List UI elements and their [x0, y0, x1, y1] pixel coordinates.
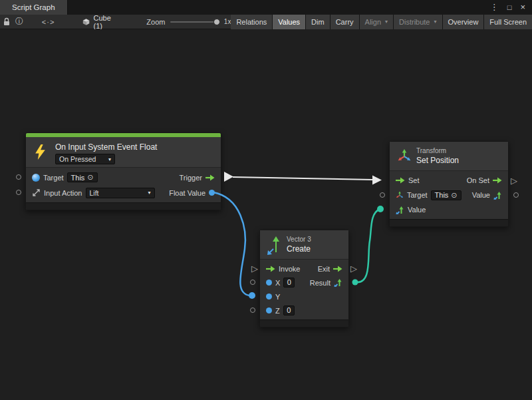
distribute-button[interactable]: Distribute▾	[394, 15, 442, 29]
result-connected-port-dot[interactable]	[352, 280, 358, 286]
x-input-port[interactable]	[250, 280, 255, 285]
input-action-input-port[interactable]	[16, 190, 21, 195]
transform-mini-icon	[396, 191, 404, 199]
this-object-chip[interactable]: This ⊙	[67, 172, 98, 182]
x-label: X	[275, 279, 280, 287]
input-action-dropdown[interactable]: Lift ▾	[86, 188, 155, 198]
caret-down-icon: ▾	[108, 156, 111, 162]
vector3-mini-icon	[334, 278, 342, 287]
on-set-output-port[interactable]: ▷	[509, 176, 519, 186]
event-mode-dropdown[interactable]: On Pressed ▾	[55, 154, 115, 164]
wire-trigger-to-set[interactable]	[233, 177, 373, 180]
graph-target-selector[interactable]: Cube (1)	[78, 15, 120, 29]
inspector-button[interactable]: ⓘ	[13, 15, 25, 29]
this-object-chip[interactable]: This ⊙	[431, 190, 462, 200]
flow-arrow-icon	[396, 177, 405, 184]
on-set-label: On Set	[467, 176, 489, 184]
target-label: Target	[407, 191, 428, 199]
vector3-icon	[266, 234, 285, 256]
zoom-slider[interactable]	[170, 15, 219, 29]
close-icon[interactable]: ×	[520, 0, 525, 15]
object-picker-icon[interactable]: ⊙	[451, 192, 457, 199]
gameobject-icon	[32, 174, 40, 182]
zoom-label: Zoom	[146, 18, 165, 26]
z-input-port[interactable]	[250, 307, 255, 313]
input-action-value: Lift	[90, 189, 99, 197]
flow-arrow-icon	[493, 177, 502, 184]
fullscreen-button[interactable]: Full Screen	[484, 15, 532, 29]
unity-script-graph-window: Script Graph ⋮ □ × ⓘ <·> Cube (	[0, 0, 532, 400]
node-footer	[26, 202, 221, 210]
trigger-flow-port-arrow[interactable]	[224, 172, 233, 182]
info-icon: ⓘ	[15, 16, 23, 27]
invoke-input-port[interactable]: ▷	[250, 264, 259, 274]
target-input-port[interactable]	[16, 174, 21, 180]
zoom-slider-track[interactable]	[170, 21, 219, 23]
row-input-action-floatvalue: Input Action Lift ▾ Float Value	[26, 185, 221, 200]
row-z: Z 0	[260, 303, 348, 317]
node-title: Set Position	[416, 156, 459, 165]
float-value-label: Float Value	[169, 189, 205, 197]
values-button[interactable]: Values	[273, 15, 305, 29]
zoom-slider-knob[interactable]	[213, 19, 220, 25]
overview-button[interactable]: Overview	[443, 15, 484, 29]
zoom-value: 1x	[224, 18, 231, 25]
y-connected-port-dot[interactable]	[249, 292, 255, 299]
y-port-dot[interactable]	[266, 294, 272, 300]
value-connected-port-dot[interactable]	[377, 206, 384, 212]
x-value-field[interactable]: 0	[283, 278, 295, 288]
y-label: Y	[275, 293, 280, 301]
row-set-onset: Set On Set	[390, 173, 508, 188]
node-footer	[260, 319, 348, 327]
x-port-dot[interactable]	[266, 280, 272, 286]
wire-result-to-value[interactable]	[355, 209, 380, 282]
menu-kebab-icon[interactable]: ⋮	[490, 0, 499, 15]
tab-script-graph[interactable]: Script Graph	[0, 0, 68, 15]
float-value-output-port[interactable]	[209, 190, 215, 196]
exit-output-port[interactable]: ▷	[349, 264, 358, 274]
row-invoke-exit: Invoke Exit	[260, 262, 348, 276]
z-value-field[interactable]: 0	[283, 305, 295, 315]
align-button[interactable]: Align▾	[360, 15, 393, 29]
exit-label: Exit	[318, 265, 330, 273]
z-label: Z	[275, 307, 280, 315]
caret-down-icon: ▾	[148, 190, 150, 196]
maximize-icon[interactable]: □	[507, 0, 512, 15]
node-vector3-create[interactable]: Vector 3 Create Invoke Exit X 0 Result	[259, 230, 349, 327]
node-title: Create	[287, 244, 311, 254]
node-title: On Input System Event Float	[55, 142, 157, 152]
object-picker-icon[interactable]: ⊙	[87, 174, 93, 181]
target-input-port[interactable]	[380, 192, 385, 198]
target-label: Target	[43, 174, 64, 182]
lock-button[interactable]	[0, 15, 13, 29]
node-category: Transform	[416, 147, 446, 154]
relations-button[interactable]: Relations	[231, 15, 272, 29]
value-output-label: Value	[472, 191, 490, 199]
graph-canvas[interactable]: On Input System Event Float On Pressed ▾…	[0, 29, 532, 400]
value-input-label: Value	[408, 206, 426, 214]
dim-button[interactable]: Dim	[306, 15, 330, 29]
edit-source-button[interactable]: <·>	[37, 15, 61, 29]
result-label: Result	[310, 279, 331, 287]
carry-button[interactable]: Carry	[331, 15, 359, 29]
row-target-trigger: Target This ⊙ Trigger	[26, 170, 221, 185]
row-value-in: Value	[390, 202, 508, 217]
row-x-result: X 0 Result	[260, 276, 348, 290]
input-action-label: Input Action	[44, 189, 82, 197]
z-port-dot[interactable]	[266, 307, 272, 313]
wire-arrowhead	[372, 176, 382, 185]
invoke-label: Invoke	[279, 265, 300, 273]
lightning-bolt-icon	[35, 144, 45, 160]
node-header: Transform Set Position	[390, 142, 508, 171]
graph-toolbar: ⓘ <·> Cube (1) Zoom 1x Relations Values …	[0, 15, 532, 29]
node-transform-set-position[interactable]: Transform Set Position Set On Set	[389, 141, 509, 227]
code-icon: <·>	[42, 18, 55, 26]
tab-bar: Script Graph ⋮ □ ×	[0, 0, 532, 15]
vector3-mini-icon	[396, 206, 404, 214]
value-output-port[interactable]	[513, 192, 519, 198]
vector3-mini-icon	[493, 191, 502, 200]
node-footer	[390, 219, 508, 226]
caret-down-icon: ▾	[385, 19, 388, 25]
node-header: On Input System Event Float On Pressed ▾	[26, 137, 221, 168]
node-on-input-system-event-float[interactable]: On Input System Event Float On Pressed ▾…	[25, 132, 221, 210]
